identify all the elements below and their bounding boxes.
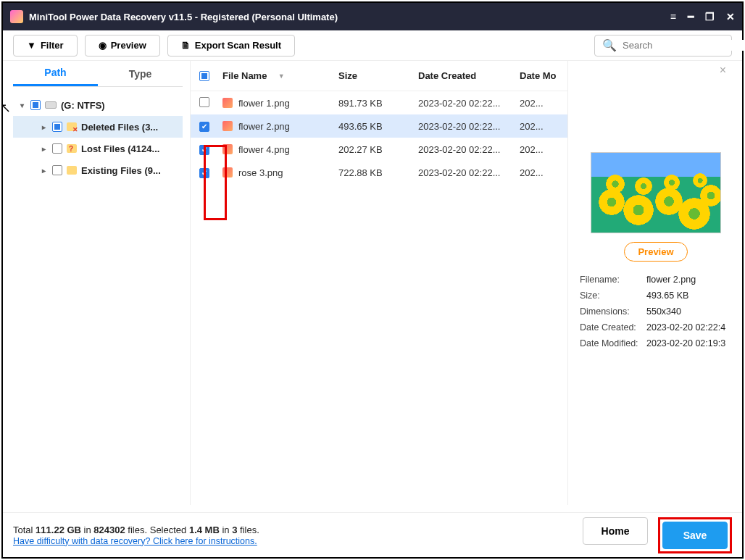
file-modified: 202... [520,167,559,178]
table-row[interactable]: flower 4.png202.27 KB2023-02-20 02:22...… [191,138,567,161]
folder-icon [67,166,77,175]
app-logo-icon [10,10,23,23]
tree-item-label: Deleted Files (3... [81,122,158,133]
preview-pane: × Preview Filename: flower 2.png Size: 4… [575,61,732,505]
filter-button[interactable]: ▼ Filter [13,35,78,57]
preview-thumbnail [591,152,721,233]
row-checkbox[interactable] [199,145,209,155]
meta-label-filename: Filename: [580,275,646,285]
table-row[interactable]: flower 1.png891.73 KB2023-02-20 02:22...… [191,91,567,114]
left-pane: Path Type ▾ (G: NTFS) ▸ Deleted Files (3… [13,61,183,505]
file-name: flower 2.png [238,121,290,132]
file-modified: 202... [520,98,559,109]
meta-label-created: Date Created: [580,322,646,333]
image-file-icon [222,98,233,108]
col-date-modified[interactable]: Date Mo [520,70,559,81]
meta-value-modified: 2023-02-20 02:19:3 [646,338,732,348]
tab-type[interactable]: Type [98,61,183,86]
save-button[interactable]: Save [662,522,728,549]
home-button[interactable]: Home [583,517,648,545]
search-box[interactable]: 🔍 [594,35,732,57]
col-filename[interactable]: File Name ▼ [222,70,338,81]
export-button[interactable]: 🗎 Export Scan Result [167,35,295,57]
close-preview-icon[interactable]: × [720,64,726,77]
meta-label-modified: Date Modified: [580,338,646,348]
row-checkbox[interactable] [199,168,209,178]
col-size[interactable]: Size [338,70,418,81]
search-input[interactable] [623,40,744,51]
file-size: 493.65 KB [338,121,418,132]
preview-label: Preview [111,40,146,51]
checkbox[interactable] [30,100,41,110]
meta-value-created: 2023-02-20 02:22:4 [646,322,732,333]
search-icon: 🔍 [602,38,617,52]
table-row[interactable]: flower 2.png493.65 KB2023-02-20 02:22...… [191,114,567,138]
title-bar: MiniTool Power Data Recovery v11.5 - Reg… [3,3,742,30]
meta-label-size: Size: [580,291,646,301]
row-checkbox[interactable] [199,97,209,107]
close-icon[interactable]: ✕ [726,11,735,22]
file-list: flower 1.png891.73 KB2023-02-20 02:22...… [191,91,567,505]
file-size: 891.73 KB [338,98,418,109]
sort-desc-icon: ▼ [278,72,285,80]
file-created: 2023-02-20 02:22... [418,144,520,155]
list-header: File Name ▼ Size Date Created Date Mo [191,61,567,91]
maximize-icon[interactable]: ❐ [705,11,715,22]
caret-right-icon[interactable]: ▸ [39,123,48,131]
meta-value-size: 493.65 KB [646,291,732,301]
menu-icon[interactable]: ≡ [670,11,676,22]
checkbox[interactable] [52,165,62,175]
tree-item-lost[interactable]: ▸ Lost Files (4124... [13,138,183,159]
file-created: 2023-02-20 02:22... [418,121,520,132]
checkbox[interactable] [52,143,62,154]
row-checkbox[interactable] [199,122,209,132]
eye-icon: ◉ [99,40,107,51]
file-size: 202.27 KB [338,144,418,155]
tree-root-label: (G: NTFS) [61,100,105,111]
folder-lost-icon [67,144,77,153]
file-modified: 202... [520,121,559,132]
image-file-icon [222,121,233,131]
file-name: flower 4.png [238,144,290,155]
file-name: flower 1.png [238,98,290,109]
export-label: Export Scan Result [195,40,281,51]
tree-item-label: Lost Files (4124... [81,143,159,154]
folder-tree: ▾ (G: NTFS) ▸ Deleted Files (3... ▸ Lost… [13,87,183,181]
file-created: 2023-02-20 02:22... [418,167,520,178]
file-list-pane: File Name ▼ Size Date Created Date Mo fl… [190,61,568,505]
tab-path[interactable]: Path [13,61,98,86]
image-file-icon [222,167,233,177]
tree-root[interactable]: ▾ (G: NTFS) [13,94,183,116]
status-text: Total 111.22 GB in 824302 files. Selecte… [13,525,259,546]
file-modified: 202... [520,144,559,155]
caret-right-icon[interactable]: ▸ [39,167,48,175]
open-preview-button[interactable]: Preview [624,242,687,262]
col-date-created[interactable]: Date Created [418,70,520,81]
file-name: rose 3.png [238,167,283,178]
preview-button[interactable]: ◉ Preview [85,35,160,57]
table-row[interactable]: rose 3.png722.88 KB2023-02-20 02:22...20… [191,161,567,184]
tree-item-label: Existing Files (9... [81,165,161,176]
image-file-icon [222,144,233,154]
annotation-box: Save [658,517,732,553]
status-bar: Total 111.22 GB in 824302 files. Selecte… [3,512,742,557]
help-link[interactable]: Have difficulty with data recovery? Clic… [13,536,257,546]
checkbox[interactable] [52,122,62,132]
minimize-icon[interactable]: ━ [688,11,694,22]
folder-deleted-icon [67,122,77,131]
select-all-checkbox[interactable] [199,71,209,81]
disk-icon [45,101,57,109]
funnel-icon: ▼ [27,40,36,51]
filter-label: Filter [41,40,64,51]
toolbar: ▼ Filter ◉ Preview 🗎 Export Scan Result … [3,30,742,61]
caret-down-icon[interactable]: ▾ [17,101,26,109]
caret-right-icon[interactable]: ▸ [39,145,48,153]
window-title: MiniTool Power Data Recovery v11.5 - Reg… [29,12,670,22]
tree-item-deleted[interactable]: ▸ Deleted Files (3... [13,116,183,138]
tree-tabs: Path Type [13,61,183,87]
tree-item-existing[interactable]: ▸ Existing Files (9... [13,159,183,181]
file-size: 722.88 KB [338,167,418,178]
meta-value-filename: flower 2.png [646,275,732,285]
export-icon: 🗎 [181,40,191,51]
file-created: 2023-02-20 02:22... [418,98,520,109]
